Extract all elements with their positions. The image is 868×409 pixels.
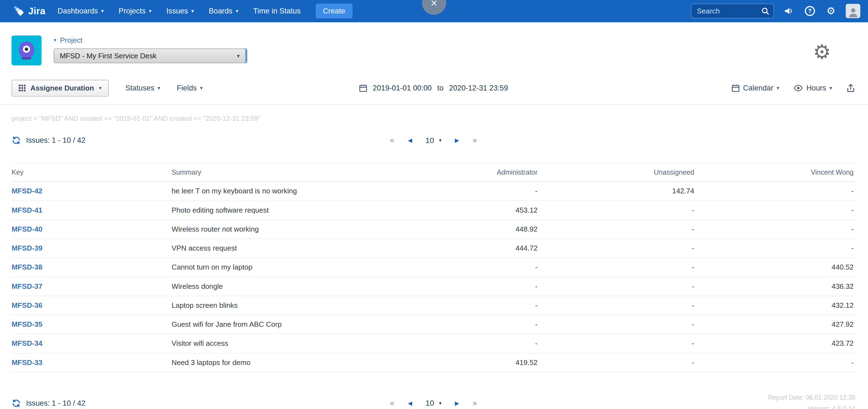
issue-table-body: MFSD-42he leer T on my keyboard is no wo… xyxy=(11,181,855,372)
issue-key-link[interactable]: MFSD-33 xyxy=(11,358,42,367)
key-cell: MFSD-33 xyxy=(11,353,172,372)
key-cell: MFSD-37 xyxy=(11,277,172,296)
pagination-controls: « ◀ 10 ▾ ▶ » xyxy=(390,136,477,145)
chevron-down-icon: ▾ xyxy=(158,86,160,90)
duration-cell: 432.12 xyxy=(696,296,855,315)
issues-count-label: Issues: 1 - 10 / 42 xyxy=(26,136,86,145)
duration-cell: - xyxy=(539,353,696,372)
issue-key-link[interactable]: MFSD-42 xyxy=(11,187,42,195)
key-cell: MFSD-40 xyxy=(11,220,172,239)
page-size-select[interactable]: 10 ▾ xyxy=(425,136,441,145)
create-button[interactable]: Create xyxy=(316,4,352,19)
duration-cell: - xyxy=(696,353,855,372)
duration-cell: - xyxy=(696,201,855,220)
next-page-button[interactable]: ▶ xyxy=(455,138,459,143)
duration-cell: 453.12 xyxy=(373,201,539,220)
search-input[interactable] xyxy=(691,4,774,19)
units-dropdown[interactable]: Hours ▾ xyxy=(794,84,832,92)
help-icon[interactable]: ? xyxy=(804,5,816,17)
key-cell: MFSD-42 xyxy=(11,181,172,201)
grid-icon xyxy=(19,85,25,91)
report-settings-gear-icon[interactable]: ⚙ xyxy=(813,42,831,62)
toolbar-left-group: Assignee Duration ▾ Statuses ▾ Fields ▾ xyxy=(11,80,203,96)
summary-cell: Need 3 laptops for demo xyxy=(172,353,373,372)
next-page-button[interactable]: ▶ xyxy=(455,401,459,406)
summary-cell: Laptop screen blinks xyxy=(172,296,373,315)
jira-logo[interactable]: Jira xyxy=(13,5,45,17)
issue-key-link[interactable]: MFSD-41 xyxy=(11,206,42,214)
duration-cell: 440.52 xyxy=(696,258,855,277)
pagination-row-top: Issues: 1 - 10 / 42 « ◀ 10 ▾ ▶ » xyxy=(11,136,855,145)
statuses-label: Statuses xyxy=(125,84,154,92)
fields-dropdown[interactable]: Fields ▾ xyxy=(177,84,203,92)
date-from-field[interactable]: 2019-01-01 00:00 xyxy=(373,84,432,92)
feedback-megaphone-icon[interactable] xyxy=(783,5,795,17)
report-type-label: Assignee Duration xyxy=(31,84,94,92)
chevron-down-icon: ▾ xyxy=(191,8,194,13)
prev-page-button[interactable]: ◀ xyxy=(408,138,412,143)
refresh-icon[interactable] xyxy=(11,136,21,145)
prev-page-button[interactable]: ◀ xyxy=(408,401,412,406)
issue-key-link[interactable]: MFSD-39 xyxy=(11,244,42,252)
first-page-button[interactable]: « xyxy=(390,399,395,407)
duration-cell: - xyxy=(539,239,696,258)
report-type-button[interactable]: Assignee Duration ▾ xyxy=(11,80,108,96)
summary-cell: Wireless dongle xyxy=(172,277,373,296)
project-label[interactable]: ▾ Project xyxy=(54,36,246,45)
refresh-icon[interactable] xyxy=(11,399,21,408)
page-size-value: 10 xyxy=(425,136,434,145)
issue-key-link[interactable]: MFSD-35 xyxy=(11,320,42,328)
fields-label: Fields xyxy=(177,84,197,92)
duration-cell: - xyxy=(373,296,539,315)
issue-key-link[interactable]: MFSD-38 xyxy=(11,263,42,271)
summary-cell: Guest wifi for Jane from ABC Corp xyxy=(172,315,373,334)
last-page-button[interactable]: » xyxy=(472,136,477,144)
user-avatar[interactable] xyxy=(846,4,860,18)
nav-item-boards[interactable]: Boards▾ xyxy=(209,7,238,16)
export-icon[interactable] xyxy=(846,83,855,93)
first-page-button[interactable]: « xyxy=(390,136,395,144)
summary-cell: VPN access request xyxy=(172,239,373,258)
issues-count-label: Issues: 1 - 10 / 42 xyxy=(26,399,86,408)
issue-key-link[interactable]: MFSD-34 xyxy=(11,339,42,347)
nav-item-projects[interactable]: Projects▾ xyxy=(119,7,151,16)
project-creature-icon xyxy=(14,38,39,63)
calendar-icon xyxy=(732,84,740,92)
eye-icon xyxy=(794,84,803,92)
issues-count: Issues: 1 - 10 / 42 xyxy=(11,399,389,408)
pagination-row-bottom: Issues: 1 - 10 / 42 « ◀ 10 ▾ ▶ » Report … xyxy=(11,392,855,409)
date-to-field[interactable]: 2020-12-31 23:59 xyxy=(449,84,508,92)
statuses-dropdown[interactable]: Statuses ▾ xyxy=(125,84,160,92)
duration-cell: - xyxy=(373,258,539,277)
nav-item-time-in-status[interactable]: Time in Status xyxy=(253,7,301,16)
project-select-value: MFSD - My First Service Desk xyxy=(60,52,157,60)
last-page-button[interactable]: » xyxy=(472,399,477,407)
duration-cell: 448.92 xyxy=(373,220,539,239)
table-row: MFSD-34Visitor wifi access--423.72 xyxy=(11,334,855,353)
nav-item-dashboards[interactable]: Dashboards▾ xyxy=(58,7,104,16)
brand-name: Jira xyxy=(28,6,45,17)
chevron-down-icon: ▾ xyxy=(101,8,103,13)
project-select[interactable]: MFSD - My First Service Desk ▾ xyxy=(54,49,246,63)
table-row: MFSD-38Cannot turn on my laptop--440.52 xyxy=(11,258,855,277)
table-row: MFSD-41Photo editing software request453… xyxy=(11,201,855,220)
duration-cell: - xyxy=(373,277,539,296)
nav-item-label: Time in Status xyxy=(253,7,301,16)
settings-gear-icon[interactable]: ⚙ xyxy=(825,5,837,17)
issue-key-link[interactable]: MFSD-40 xyxy=(11,225,42,233)
duration-cell: - xyxy=(373,315,539,334)
calendar-icon xyxy=(359,84,367,92)
summary-cell: Wireless router not working xyxy=(172,220,373,239)
chevron-down-icon: ▾ xyxy=(439,138,441,143)
table-row: MFSD-35Guest wifi for Jane from ABC Corp… xyxy=(11,315,855,334)
nav-item-issues[interactable]: Issues▾ xyxy=(166,7,194,16)
page-size-value: 10 xyxy=(425,399,434,408)
chevron-down-icon: ▾ xyxy=(99,86,101,90)
issues-count: Issues: 1 - 10 / 42 xyxy=(11,136,389,145)
page-size-select[interactable]: 10 ▾ xyxy=(425,399,441,408)
jql-query-text: project = "MFSD" AND created >= "2019-01… xyxy=(11,115,855,122)
issue-key-link[interactable]: MFSD-36 xyxy=(11,301,42,310)
view-mode-dropdown[interactable]: Calendar ▾ xyxy=(732,84,779,92)
chevron-down-icon: ▾ xyxy=(200,86,203,90)
issue-key-link[interactable]: MFSD-37 xyxy=(11,282,42,290)
